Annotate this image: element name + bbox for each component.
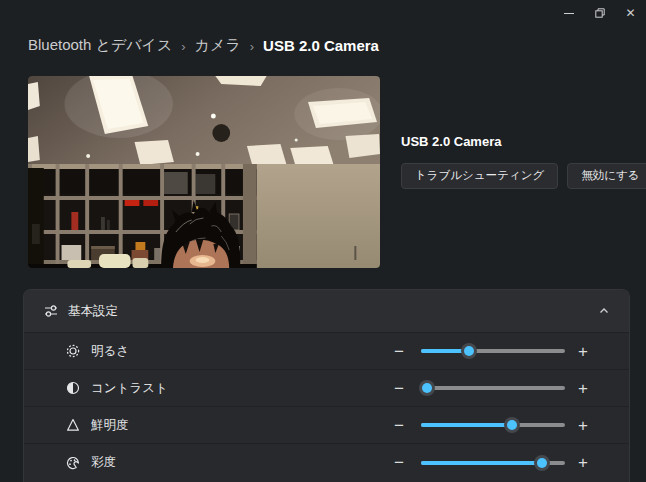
increase-button[interactable]: + bbox=[574, 417, 592, 434]
minimize-button[interactable] bbox=[553, 0, 584, 26]
slider-fill bbox=[421, 461, 542, 465]
brightness-icon bbox=[65, 343, 81, 359]
titlebar: ✕ bbox=[553, 0, 646, 26]
close-icon: ✕ bbox=[625, 7, 635, 19]
contrast-icon bbox=[65, 380, 81, 396]
camera-preview-image bbox=[28, 76, 380, 268]
page-title: USB 2.0 Camera bbox=[263, 37, 379, 54]
increase-button[interactable]: + bbox=[574, 380, 592, 397]
section-title: 基本設定 bbox=[68, 303, 118, 320]
saturation-slider[interactable] bbox=[421, 455, 565, 471]
troubleshoot-button[interactable]: トラブルシューティング bbox=[401, 163, 558, 189]
device-name: USB 2.0 Camera bbox=[401, 134, 646, 149]
slider-thumb[interactable] bbox=[534, 455, 550, 471]
camera-preview bbox=[28, 76, 380, 268]
breadcrumb-item-bluetooth-devices[interactable]: Bluetooth とデバイス bbox=[28, 36, 172, 55]
device-panel: USB 2.0 Camera トラブルシューティング 無効にする bbox=[401, 134, 646, 189]
slider-track[interactable] bbox=[421, 386, 565, 390]
settings-window: { "titlebar": { "buttons": [ { "name": "… bbox=[0, 0, 646, 482]
close-button[interactable]: ✕ bbox=[615, 0, 646, 26]
decrease-button[interactable]: − bbox=[390, 417, 408, 434]
maximize-button[interactable] bbox=[584, 0, 615, 26]
tune-icon bbox=[43, 303, 59, 319]
slider-fill bbox=[421, 423, 512, 427]
brightness-slider[interactable] bbox=[421, 343, 565, 359]
increase-button[interactable]: + bbox=[574, 343, 592, 360]
decrease-button[interactable]: − bbox=[390, 454, 408, 471]
decrease-button[interactable]: − bbox=[390, 343, 408, 360]
setting-label: 明るさ bbox=[91, 343, 129, 360]
increase-button[interactable]: + bbox=[574, 454, 592, 471]
slider-thumb[interactable] bbox=[504, 417, 520, 433]
setting-label: 彩度 bbox=[91, 454, 116, 471]
breadcrumb-item-camera[interactable]: カメラ bbox=[195, 36, 241, 55]
sharpness-icon bbox=[65, 417, 81, 433]
basic-settings-header[interactable]: 基本設定 bbox=[24, 290, 629, 333]
slider-thumb[interactable] bbox=[461, 343, 477, 359]
setting-row-brightness: 明るさ − + bbox=[24, 333, 629, 370]
minimize-icon bbox=[564, 13, 574, 14]
basic-settings-card: 基本設定 明るさ − + コントラスト bbox=[23, 289, 630, 482]
setting-row-sharpness: 鮮明度 − + bbox=[24, 407, 629, 444]
chevron-up-icon bbox=[598, 305, 610, 317]
saturation-icon bbox=[65, 455, 81, 471]
contrast-slider[interactable] bbox=[421, 380, 565, 396]
setting-row-contrast: コントラスト − + bbox=[24, 370, 629, 407]
disable-button[interactable]: 無効にする bbox=[567, 163, 646, 189]
setting-label: コントラスト bbox=[91, 380, 168, 397]
breadcrumb: Bluetooth とデバイス › カメラ › USB 2.0 Camera bbox=[28, 36, 379, 55]
decrease-button[interactable]: − bbox=[390, 380, 408, 397]
setting-row-saturation: 彩度 − + bbox=[24, 444, 629, 481]
restore-icon bbox=[595, 8, 605, 18]
breadcrumb-separator: › bbox=[250, 38, 254, 54]
collapse-button[interactable] bbox=[592, 299, 616, 323]
slider-thumb[interactable] bbox=[419, 380, 435, 396]
setting-label: 鮮明度 bbox=[91, 417, 129, 434]
breadcrumb-separator: › bbox=[181, 38, 185, 54]
sharpness-slider[interactable] bbox=[421, 417, 565, 433]
